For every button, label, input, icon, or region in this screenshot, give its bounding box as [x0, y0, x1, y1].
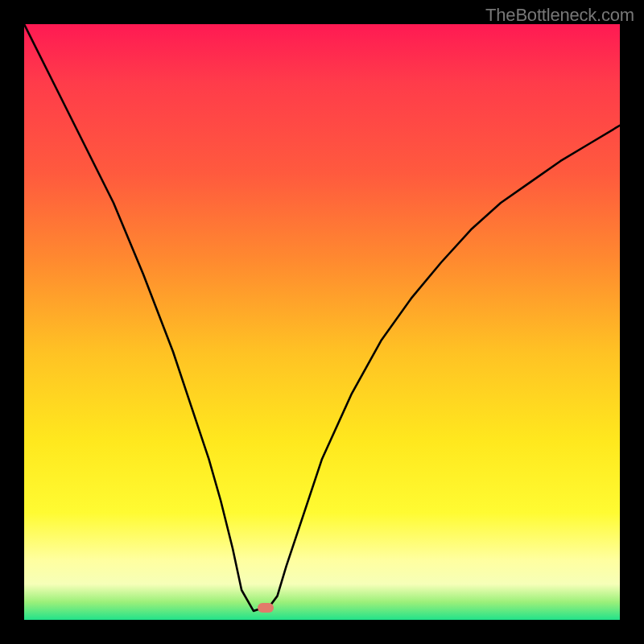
watermark-label: TheBottleneck.com — [485, 5, 634, 26]
chart-frame: TheBottleneck.com — [0, 0, 644, 644]
bottleneck-curve — [24, 24, 620, 620]
optimal-point-marker — [258, 603, 274, 613]
plot-area — [24, 24, 620, 620]
